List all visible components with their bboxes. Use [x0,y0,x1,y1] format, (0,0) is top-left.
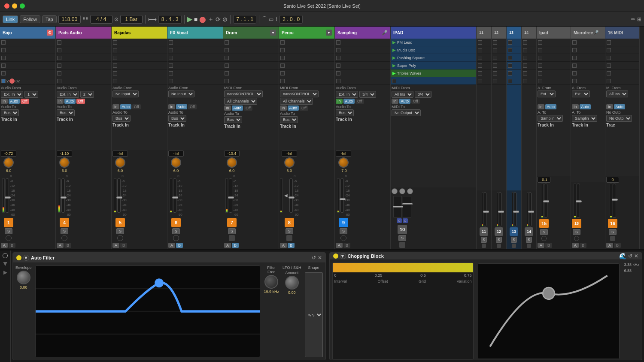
clip-slot[interactable] [477,62,491,69]
clip-slot[interactable] [279,62,334,69]
mute-ipad2[interactable] [541,236,547,241]
clip-slot[interactable] [56,46,111,54]
clip-slot[interactable] [335,77,390,85]
clip-slot[interactable] [507,46,521,54]
audio-to-select-drum[interactable]: Bus [224,116,242,123]
clip-slot[interactable] [507,54,521,62]
auto-filter-toggle[interactable]: ▼ [23,255,29,261]
solo-14[interactable]: S [526,237,532,243]
clip-slot[interactable] [537,77,571,85]
clip-slot[interactable] [279,77,334,85]
chopping-block-toggle[interactable]: ▼ [340,253,346,259]
monitor-off-ipad[interactable]: Off [411,99,420,104]
ab-a-ipad2[interactable]: A [538,243,544,248]
clip-slot[interactable] [335,62,390,69]
track-header-sampling[interactable]: Sampling 🎤 [335,27,390,39]
ab-b-percu[interactable]: B [288,243,295,248]
solo-drum[interactable]: S [228,228,236,234]
record-arm-percu[interactable] [286,235,292,241]
solo-11[interactable]: S [481,237,487,243]
ab-a-microfree[interactable]: A [572,243,579,248]
clip-slot[interactable] [223,62,279,69]
monitor-off-drum[interactable]: Off [244,106,252,111]
monitor-auto-fxvocal[interactable]: Auto [176,104,188,109]
audio-to-select-percu[interactable]: Bus [280,116,298,123]
track-num-bajo[interactable]: 1 [4,218,13,227]
track-num-drum[interactable]: 7 [227,218,237,227]
monitor-in-drum[interactable]: In [224,106,231,111]
solo-microfree[interactable]: S [573,229,580,235]
clip-slot[interactable] [537,46,571,54]
monitor-auto-bajadas[interactable]: Auto [120,104,132,109]
track-header-fxvocal[interactable]: FX Vocal [167,27,223,39]
clip-slot[interactable] [335,46,390,54]
ab-b-fxvocal[interactable]: B [176,243,183,248]
solo-bajo[interactable]: S [5,228,12,234]
mic-icon[interactable]: 🎤 [382,30,388,36]
clip-slot[interactable] [112,62,167,69]
solo-sampling[interactable]: S [340,228,347,234]
clip-slot[interactable] [56,54,111,62]
solo-13[interactable]: S [511,237,517,243]
link-button[interactable]: Link [3,15,18,23]
ipad-circle-3[interactable] [407,188,413,194]
fader-14[interactable] [529,192,532,226]
clip-slot[interactable] [571,54,605,62]
mute-sampling[interactable] [340,235,346,241]
monitor-auto-pads[interactable]: Auto [64,99,76,104]
track-header-bajo[interactable]: Bajo ⊙ [0,27,55,39]
fader-ipad2[interactable] [544,184,547,218]
ipad-fader-1[interactable] [393,196,402,217]
mute-11[interactable] [482,244,486,248]
ab-b-bajadas[interactable]: B [120,243,127,248]
mute-bajo[interactable] [6,235,12,241]
fader-bajo[interactable] [6,178,9,213]
grid-icon[interactable]: ⊞ [637,16,641,22]
clip-slot[interactable] [56,69,111,77]
monitor-off-sampling[interactable]: Off [355,99,364,104]
channel-select-sampling[interactable]: 3/4 [359,91,376,98]
gain-knob-percu[interactable] [284,157,295,168]
clip-slot[interactable] [167,46,223,54]
clip-slot[interactable] [0,39,55,46]
clip-slot[interactable] [223,69,279,77]
audio-to-select-sampling[interactable]: Bus [336,109,354,116]
clip-slot[interactable] [223,46,279,54]
track-header-pads[interactable]: Pads Audio [56,27,111,39]
gain-knob-drum[interactable] [227,157,237,168]
clip-slot[interactable] [477,77,491,85]
ab-a-16midi[interactable]: A [606,243,613,248]
track-header-ipad[interactable]: IPAD [391,27,476,39]
clip-slot[interactable] [0,69,55,77]
clip-slot[interactable] [492,46,506,54]
track-num-fxvocal[interactable]: 6 [171,218,181,227]
clip-slot[interactable] [605,39,639,46]
ab-b-sampling[interactable]: B [343,243,350,248]
clip-slot[interactable] [279,69,334,77]
ab-b-microfree[interactable]: B [580,243,586,248]
track-toggle-drum[interactable]: ▼ [270,30,276,36]
clip-slot[interactable] [537,54,571,62]
tap-button[interactable]: Tap [42,15,57,23]
audio-to-select-pads[interactable]: Bus [57,109,75,116]
fader-drum[interactable] [229,178,232,213]
fader-12[interactable] [499,192,501,226]
close-device-icon[interactable]: ✕ [318,255,322,261]
audio-from-select-fxvocal[interactable]: No Input [168,90,194,97]
clip-slot[interactable] [522,62,536,69]
fader-microfree[interactable] [577,184,580,218]
monitor-in-ipad[interactable]: In [392,99,398,104]
clip-slot[interactable] [507,62,521,69]
monitor-auto-ipad[interactable]: Auto [399,99,411,104]
record-dot[interactable] [9,78,15,84]
gain-knob-pads[interactable] [59,157,70,168]
mute-bajadas[interactable] [117,235,123,241]
fader-11[interactable] [484,192,486,226]
punch-icon[interactable]: ⊘ [222,16,228,23]
track-header-microfree[interactable]: Microfree 🎤 [571,27,605,39]
audio-to-select-bajo[interactable]: Bus [1,109,19,116]
clip-slot[interactable] [522,54,536,62]
cpu-icon[interactable]: ▭ [269,16,273,22]
clip-slot[interactable] [112,69,167,77]
gain-knob-sampling[interactable] [338,157,349,168]
